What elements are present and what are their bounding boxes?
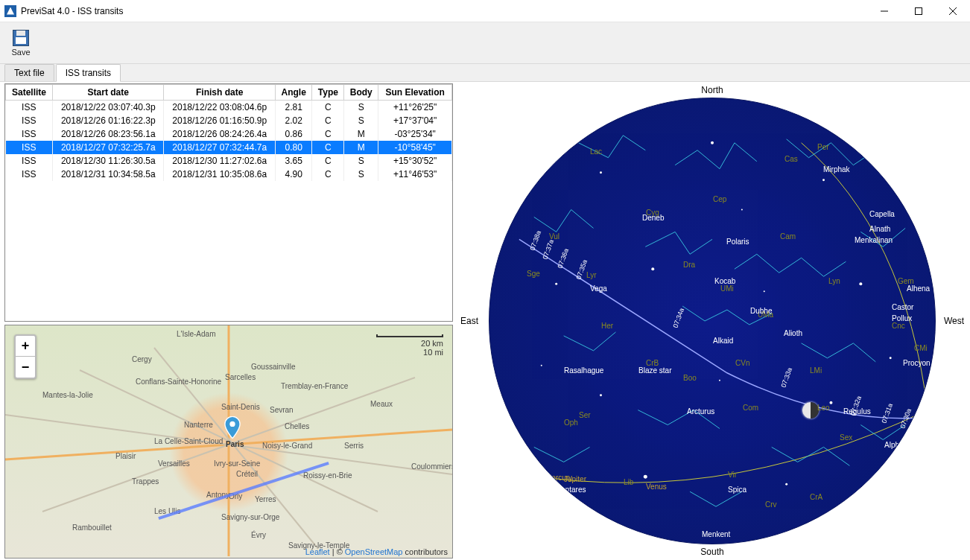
scale-km: 20 km: [376, 339, 443, 348]
constellation-label: Sge: [527, 270, 540, 278]
cardinal-east: East: [460, 316, 478, 326]
map-city-label: Sevran: [270, 406, 294, 414]
constellation-label: LMi: [810, 366, 822, 375]
leaflet-link[interactable]: Leaflet: [305, 547, 330, 556]
osm-link[interactable]: OpenStreetMap: [345, 547, 403, 556]
cell-body: S: [344, 114, 378, 127]
map-city-label: Goussainville: [251, 363, 295, 371]
cell-angle: 2.81: [275, 101, 312, 115]
main-area: SatelliteStart dateFinish dateAngleTypeB…: [0, 82, 970, 560]
table-row[interactable]: ISS2018/12/22 03:07:40.3p2018/12/22 03:0…: [6, 101, 452, 115]
map-city-label: Roissy-en-Brie: [303, 471, 352, 480]
map-city-label: Sarcelles: [225, 373, 256, 381]
cell-start: 2018/12/26 08:23:56.1a: [53, 127, 164, 141]
map-attribution: Leaflet | © OpenStreetMap contributors: [305, 547, 448, 556]
zoom-in-button[interactable]: +: [16, 336, 35, 357]
cell-sun: +11°26'25": [378, 101, 452, 115]
cell-body: S: [344, 168, 378, 181]
cell-angle: 4.90: [275, 168, 312, 181]
cell-sun: +15°30'52": [378, 154, 452, 168]
svg-point-25: [741, 209, 743, 211]
map-panel[interactable]: L'Isle-AdamCergyConflans-Sainte-Honorine…: [4, 325, 453, 559]
col-4[interactable]: Type: [312, 85, 344, 101]
map-city-label: Nanterre: [184, 421, 213, 429]
zoom-out-button[interactable]: −: [16, 357, 35, 378]
col-5[interactable]: Body: [344, 85, 378, 101]
map-zoom: + −: [14, 334, 37, 379]
cell-start: 2018/12/27 07:32:25.7a: [53, 141, 164, 154]
cell-type: C: [312, 168, 344, 181]
cell-body: S: [344, 101, 378, 115]
map-city-label: Saint-Denis: [221, 403, 260, 411]
planet-label: Venus: [646, 483, 667, 491]
toolbar: Save: [0, 22, 970, 64]
svg-point-24: [541, 365, 542, 366]
svg-point-22: [785, 483, 787, 486]
maximize-button[interactable]: [901, 0, 936, 22]
col-0[interactable]: Satellite: [6, 85, 53, 101]
star-label: Blaze star: [638, 366, 671, 375]
svg-point-13: [822, 179, 825, 181]
close-button[interactable]: [936, 0, 970, 22]
tab-strip: Text file ISS transits: [0, 64, 970, 82]
star-label: Kocab: [714, 277, 735, 285]
minimize-button[interactable]: [867, 0, 901, 22]
map-marker[interactable]: [224, 416, 241, 439]
sky-chart[interactable]: North South East West: [454, 82, 970, 560]
map-city-label: Savigny-sur-Orge: [221, 513, 279, 521]
constellation-label: Cam: [780, 232, 796, 241]
tab-text-file[interactable]: Text file: [4, 64, 54, 81]
cell-start: 2018/12/30 11:26:30.5a: [53, 154, 164, 168]
star-label: Mirphak: [823, 165, 850, 174]
map-city-label: Chelles: [285, 422, 309, 430]
svg-point-17: [859, 282, 862, 285]
cell-angle: 0.86: [275, 127, 312, 141]
window-controls: [867, 0, 970, 22]
svg-point-21: [644, 475, 647, 479]
cell-finish: 2018/12/31 10:35:08.6a: [164, 168, 275, 181]
svg-point-23: [890, 357, 892, 359]
right-pane: North South East West: [454, 82, 970, 560]
save-button[interactable]: Save: [6, 28, 36, 58]
svg-point-15: [651, 267, 654, 270]
cell-sat: ISS: [6, 141, 53, 154]
cardinal-north: North: [701, 85, 723, 95]
table-row[interactable]: ISS2018/12/31 10:34:58.5a2018/12/31 10:3…: [6, 168, 452, 181]
cell-finish: 2018/12/26 01:16:50.9p: [164, 114, 275, 127]
map-city-label: Serris: [344, 442, 364, 450]
constellation-label: Boo: [683, 374, 697, 382]
table-row[interactable]: ISS2018/12/30 11:26:30.5a2018/12/30 11:2…: [6, 154, 452, 168]
star-label: Menkent: [702, 530, 730, 538]
cell-type: C: [312, 101, 344, 115]
map-city-label: Créteil: [236, 470, 258, 478]
tab-iss-transits[interactable]: ISS transits: [56, 64, 121, 82]
table-row[interactable]: ISS2018/12/26 01:16:22.3p2018/12/26 01:1…: [6, 114, 452, 127]
map-city-label: Coulommiers: [411, 462, 453, 471]
map-city-label: Cergy: [132, 355, 152, 363]
map-marker-label: Paris: [226, 440, 244, 448]
table-row[interactable]: ISS2018/12/26 08:23:56.1a2018/12/26 08:2…: [6, 127, 452, 141]
constellation-label: Cnc: [892, 322, 905, 330]
star-label: Procyon: [903, 359, 931, 367]
map-city-label: Versailles: [158, 459, 190, 468]
col-6[interactable]: Sun Elevation: [378, 85, 452, 101]
col-3[interactable]: Angle: [275, 85, 312, 101]
left-pane: SatelliteStart dateFinish dateAngleTypeB…: [0, 82, 454, 560]
constellation-label: CrA: [810, 493, 822, 501]
map-city-label: Évry: [251, 531, 266, 539]
constellation-label: Cas: [784, 155, 798, 163]
cell-type: C: [312, 114, 344, 127]
svg-point-18: [600, 394, 602, 396]
constellation-label: Oph: [564, 419, 578, 427]
cell-sun: -10°58'45": [378, 141, 452, 154]
star-label: Dubhe: [750, 307, 772, 315]
transits-table[interactable]: SatelliteStart dateFinish dateAngleTypeB…: [4, 83, 453, 322]
map-city-label: Plaisir: [115, 452, 136, 460]
constellation-label: Leo: [817, 404, 830, 412]
col-2[interactable]: Finish date: [164, 85, 275, 101]
map-city-label: Conflans-Sainte-Honorine: [136, 378, 221, 386]
table-row[interactable]: ISS2018/12/27 07:32:25.7a2018/12/27 07:3…: [6, 141, 452, 154]
constellation-label: Sex: [840, 433, 852, 442]
star-label: Rasalhague: [564, 366, 603, 375]
col-1[interactable]: Start date: [53, 85, 164, 101]
